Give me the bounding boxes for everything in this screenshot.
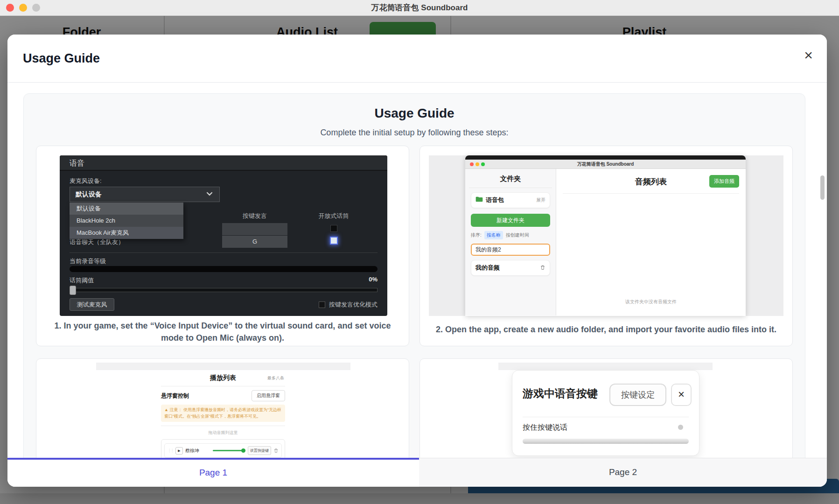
playlist-title: 播放列表 最多八条 — [161, 374, 285, 382]
threshold-slider-track[interactable] — [70, 288, 378, 292]
divider — [523, 417, 689, 417]
ptt-optimize-label: 按键发言优化模式 — [329, 301, 378, 309]
drop-hint: 拖动音频到这里 — [161, 430, 285, 436]
close-icon[interactable]: × — [804, 48, 813, 63]
recording-level-bar — [70, 266, 378, 272]
open-mic-checkbox-checked[interactable] — [330, 237, 338, 245]
window-title: 万花筒语音包 Soundboard — [0, 0, 839, 16]
chevron-down-icon — [205, 189, 214, 200]
usage-guide-modal: Usage Guide × Usage Guide Complete the i… — [7, 35, 827, 487]
guide-heading: Usage Guide — [24, 94, 805, 121]
voice-key-screenshot: 游戏中语音按键 按键设定 × 按住按键说话 — [512, 370, 699, 456]
mini-folder-item-name: 我的音频 — [475, 264, 537, 272]
status-dot — [678, 425, 683, 430]
threshold-slider-thumb[interactable] — [70, 286, 76, 295]
step2-card: 万花筒语音包 Soundboard 文件夹 语音包 展开 — [420, 146, 793, 346]
volume-slider[interactable] — [213, 448, 245, 453]
trash-icon[interactable] — [540, 264, 545, 272]
mini-zoom-button — [481, 162, 485, 166]
voice-panel-header: 语音 — [60, 155, 387, 171]
mini-folder-name-input[interactable] — [471, 244, 550, 256]
mini-main-panel: 音频列表 添加音频 该文件夹中没有音频文件 — [556, 169, 746, 315]
voice-key-title: 游戏中语音按键 — [523, 386, 598, 401]
mini-expand-link[interactable]: 展开 — [536, 197, 545, 203]
mini-sidebar: 文件夹 语音包 展开 新建文件夹 排序: 按名称 — [465, 169, 556, 315]
drag-handle-icon[interactable]: ⋮⋮ — [168, 448, 173, 453]
mini-sort-by-name[interactable]: 按名称 — [484, 231, 503, 239]
screenshot-top-strip — [96, 363, 350, 370]
threshold-label: 话筒阈值 — [70, 276, 94, 285]
key-cell-empty[interactable] — [222, 223, 287, 235]
mini-close-button — [470, 162, 474, 166]
test-mic-button[interactable]: 测试麦克风 — [70, 298, 114, 311]
key-cell-g[interactable]: G — [222, 236, 287, 248]
divider — [563, 193, 739, 194]
enable-float-window-button[interactable]: 启用悬浮窗 — [252, 390, 285, 401]
mic-device-select[interactable]: 默认设备 — [70, 187, 220, 202]
dropdown-option[interactable]: MacBook Air麦克风 — [70, 227, 183, 239]
playlist-limit: 最多八条 — [267, 375, 284, 381]
mini-sort-row: 排序: 按名称 按创建时间 — [471, 231, 550, 239]
set-hotkey-button[interactable]: 设置快捷键 — [248, 446, 271, 455]
push-to-talk-label: 按住按键说话 — [523, 423, 567, 433]
dropdown-option[interactable]: 默认设备 — [70, 203, 183, 215]
screenshot-top-strip — [498, 363, 713, 370]
modal-header: Usage Guide × — [7, 35, 827, 83]
zoom-window-button[interactable] — [32, 4, 40, 12]
mic-device-dropdown: 默认设备 BlackHole 2ch MacBook Air麦克风 — [70, 203, 183, 239]
step2-caption: 2. Open the app, create a new audio fold… — [434, 323, 778, 336]
screen: Folder Audio List Playlist 万花筒语音包 Soundb… — [0, 0, 839, 504]
ptt-optimize-row: 按键发言优化模式 — [319, 301, 378, 309]
key-setting-button[interactable]: 按键设定 — [609, 384, 666, 406]
tab-page-2[interactable]: Page 2 — [419, 458, 827, 487]
titlebar: 万花筒语音包 Soundboard — [0, 0, 839, 16]
mic-device-value: 默认设备 — [76, 190, 102, 199]
mini-window-title: 万花筒语音包 Soundboard — [465, 160, 746, 169]
modal-title: Usage Guide — [23, 51, 100, 66]
divider — [161, 386, 285, 386]
open-mic-column: 开放式话筒 — [319, 212, 349, 220]
minimize-window-button[interactable] — [19, 4, 27, 12]
mini-new-folder-button[interactable]: 新建文件夹 — [471, 214, 550, 227]
mini-sort-by-time[interactable]: 按创建时间 — [506, 232, 529, 238]
play-icon[interactable]: ▶ — [175, 447, 183, 455]
dropdown-option[interactable]: BlackHole 2ch — [70, 215, 183, 227]
tab-page-1[interactable]: Page 1 — [7, 458, 419, 487]
divider — [469, 188, 552, 188]
guide-content-card: Usage Guide Complete the initial setup b… — [23, 93, 805, 487]
app-window-screenshot: 万花筒语音包 Soundboard 文件夹 语音包 展开 — [429, 155, 783, 316]
mini-app-window: 万花筒语音包 Soundboard 文件夹 语音包 展开 — [465, 155, 746, 316]
divider — [70, 252, 378, 253]
threshold-value: 0% — [369, 276, 378, 283]
modal-footer: Page 1 Page 2 — [7, 458, 827, 487]
mini-minimize-button — [475, 162, 479, 166]
mic-device-label: 麦克风设备: — [70, 177, 102, 185]
step1-caption: 1. In your game, set the “Voice Input De… — [50, 320, 395, 344]
float-window-warning: ▲ 注意： 使用悬浮窗播放音频时，请务必将游戏设置为“无边框窗口”模式。在“独占… — [161, 405, 285, 422]
guide-subtitle: Complete the initial setup by following … — [24, 128, 805, 138]
float-window-label: 悬浮窗控制 — [161, 392, 189, 400]
mini-sort-label: 排序: — [471, 232, 482, 238]
scrollbar-thumb[interactable] — [820, 175, 825, 200]
playlist-item-name: 蔡徐坤 — [185, 448, 210, 454]
voice-chat-row-label: 语音聊天（全队友） — [70, 238, 124, 246]
push-to-talk-column: 按键发言 — [243, 212, 267, 220]
close-icon[interactable]: × — [671, 384, 692, 406]
divider — [161, 426, 285, 426]
open-mic-checkbox-unchecked[interactable] — [330, 225, 337, 232]
mini-sidebar-title: 文件夹 — [471, 175, 550, 183]
mini-window-top-bar — [465, 155, 746, 160]
close-window-button[interactable] — [6, 4, 14, 12]
mini-folder-item[interactable]: 我的音频 — [471, 260, 550, 276]
game-voice-settings-screenshot: 语音 麦克风设备: 默认设备 按键发言 开放式话筒 语音聊天（全队友） G 默认… — [60, 155, 387, 316]
trash-icon[interactable] — [273, 447, 279, 455]
mini-window-titlebar: 万花筒语音包 Soundboard — [465, 160, 746, 169]
mini-empty-state: 该文件夹中没有音频文件 — [556, 299, 746, 305]
playlist-item[interactable]: ⋮⋮ ▶ 蔡徐坤 设置快捷键 — [164, 443, 282, 458]
folder-icon — [475, 196, 483, 204]
mini-add-audio-button[interactable]: 添加音频 — [709, 175, 739, 188]
mini-folder-name: 语音包 — [486, 196, 533, 204]
ptt-optimize-checkbox[interactable] — [319, 301, 325, 308]
mini-folder-row[interactable]: 语音包 展开 — [471, 192, 550, 208]
level-slider-track[interactable] — [523, 439, 689, 444]
